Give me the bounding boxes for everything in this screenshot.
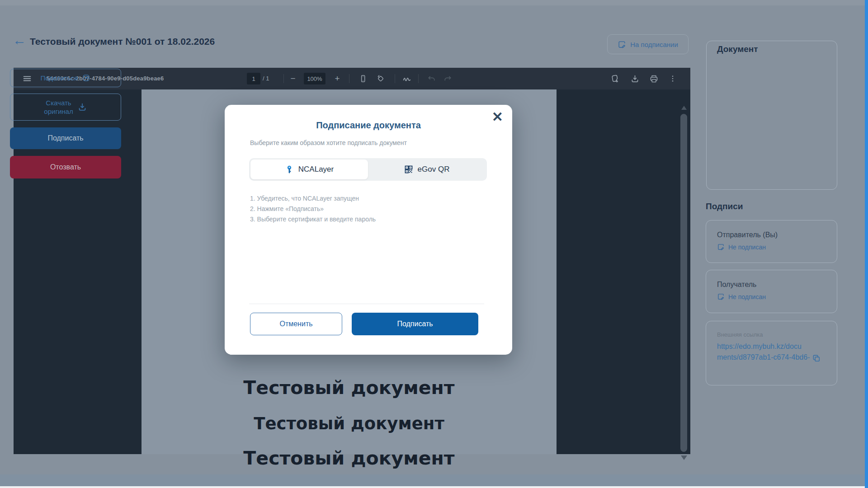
cancel-button[interactable]: Отменить — [250, 313, 342, 335]
scroll-up-arrow[interactable] — [681, 106, 687, 110]
external-link[interactable]: https://edo.mybuh.kz/docu ments/d8797ab1… — [717, 341, 812, 363]
signature-card-sender: Отправитель (Вы) Не подписан — [706, 220, 837, 263]
scrollbar-thumb[interactable] — [680, 114, 687, 452]
share-button-label: Поделиться — [41, 74, 78, 82]
redo-icon[interactable] — [442, 73, 453, 84]
page-number-input[interactable]: 1 — [247, 73, 260, 84]
signature-card-recipient: Получатель Не подписан — [706, 270, 837, 313]
bottom-strip — [0, 486, 868, 488]
document-text-line: Тестовый документ — [243, 377, 454, 399]
modal-sign-button[interactable]: Подписать — [352, 313, 478, 335]
toolbar-divider — [418, 74, 419, 83]
sign-document-icon — [618, 40, 626, 49]
modal-subtitle: Выберите каким образом хотите подписать … — [250, 139, 407, 146]
instruction-step: 1. Убедитесь, что NCALayer запущен — [250, 193, 376, 204]
copy-icon[interactable] — [812, 354, 822, 364]
zoom-out-button[interactable]: − — [288, 73, 298, 84]
scroll-down-arrow[interactable] — [681, 455, 687, 460]
document-text-line: Тестовый документ — [243, 447, 454, 469]
tab-egov-qr-label: eGov QR — [418, 165, 450, 174]
zoom-level-input[interactable]: 100% — [304, 73, 326, 84]
kebab-icon[interactable] — [667, 73, 678, 84]
sign-document-icon — [717, 293, 725, 300]
toolbar-divider — [395, 74, 395, 83]
instruction-step: 2. Нажмите «Подписать» — [250, 204, 376, 214]
signature-status: Не подписан — [717, 243, 766, 251]
external-link-label: Внешняя ссылка — [717, 331, 763, 338]
back-button[interactable]: ← — [13, 33, 26, 47]
signature-status-label: Не подписан — [728, 293, 766, 300]
top-band — [0, 0, 868, 5]
sign-button-label: Подписать — [47, 134, 83, 142]
download-original-label-line2: оригинал — [44, 107, 73, 116]
share-icon — [82, 74, 90, 82]
sign-document-icon — [717, 243, 725, 251]
download-icon — [77, 102, 87, 112]
key-icon — [285, 165, 294, 174]
sign-button[interactable]: Подписать — [10, 127, 121, 149]
toolbar-divider — [349, 74, 349, 83]
tab-ncalayer[interactable]: NCALayer — [250, 160, 368, 179]
external-link-card: Внешняя ссылка https://edo.mybuh.kz/docu… — [706, 321, 837, 385]
external-link-line1: https://edo.mybuh.kz/docu — [717, 343, 802, 350]
sign-instructions: 1. Убедитесь, что NCALayer запущен 2. На… — [250, 193, 376, 225]
document-heading: Документ — [717, 44, 758, 54]
draw-icon[interactable] — [401, 73, 412, 84]
sign-method-tabs: NCALayer — [249, 158, 487, 181]
revoke-button[interactable]: Отозвать — [10, 156, 121, 178]
download-original-label-line1: Скачать — [44, 99, 73, 107]
modal-title: Подписание документа — [225, 120, 512, 131]
footer-band — [0, 474, 868, 486]
modal-divider — [249, 304, 484, 304]
annotate-add-icon[interactable] — [609, 73, 620, 84]
download-icon[interactable] — [629, 73, 640, 84]
document-actions-card — [706, 41, 837, 190]
toolbar-divider — [283, 74, 284, 83]
page-total-label: / 1 — [263, 75, 269, 82]
zoom-in-button[interactable]: + — [332, 73, 343, 84]
download-original-button[interactable]: Скачать оригинал — [10, 94, 121, 121]
signature-status-label: Не подписан — [728, 244, 766, 251]
signature-role: Отправитель (Вы) — [717, 231, 778, 239]
app-canvas: ← Тестовый документ №001 от 18.02.2026 Н… — [0, 0, 868, 488]
share-button[interactable]: Поделиться — [10, 69, 121, 87]
external-link-line2: ments/d8797ab1-c674-4bd6- — [717, 353, 810, 361]
signing-modal: ✕ Подписание документа Выберите каким об… — [225, 105, 512, 355]
fit-page-icon[interactable] — [358, 73, 368, 84]
print-icon[interactable] — [648, 73, 659, 84]
undo-icon[interactable] — [426, 73, 437, 84]
qr-icon — [404, 165, 413, 174]
revoke-button-label: Отозвать — [50, 163, 81, 171]
window-edge-strip — [865, 0, 868, 488]
status-badge-label: На подписании — [630, 41, 678, 48]
signatures-heading: Подписи — [706, 202, 743, 211]
page-title: Тестовый документ №001 от 18.02.2026 — [30, 36, 215, 47]
signature-role: Получатель — [717, 281, 756, 289]
status-badge[interactable]: На подписании — [607, 34, 689, 54]
document-text-line: Тестовый документ — [254, 414, 444, 433]
tab-egov-qr[interactable]: eGov QR — [368, 160, 486, 179]
instruction-step: 3. Выберите сертификат и введите пароль — [250, 214, 376, 225]
tab-ncalayer-label: NCALayer — [298, 165, 334, 174]
signature-status: Не подписан — [717, 293, 766, 300]
rotate-icon[interactable] — [375, 73, 386, 84]
